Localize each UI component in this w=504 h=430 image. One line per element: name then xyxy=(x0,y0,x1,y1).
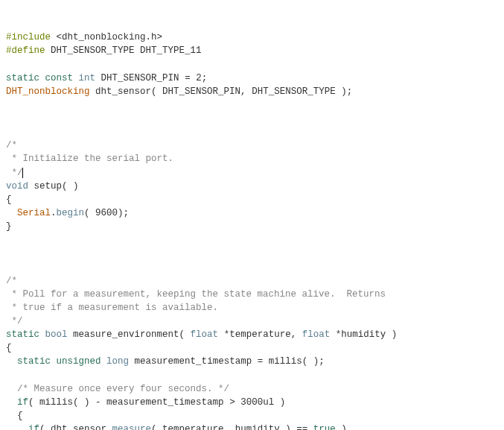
type-float: float xyxy=(302,329,331,340)
literal-true: true xyxy=(313,424,336,430)
kw-const: const xyxy=(45,73,74,83)
paren-open: ( xyxy=(151,86,162,97)
literal-9600: 9600 xyxy=(95,208,118,218)
comment-open: /* xyxy=(6,140,17,151)
indent xyxy=(6,208,17,218)
dot: . xyxy=(106,424,112,430)
brace-open: { xyxy=(6,343,12,353)
func-millis: millis xyxy=(39,397,73,408)
type-long: long xyxy=(106,356,129,367)
ident-timestamp: measurement_timestamp xyxy=(135,356,252,367)
method-begin: begin xyxy=(57,208,85,218)
arg-temperature: temperature xyxy=(162,424,224,430)
kw-static: static xyxy=(6,73,39,83)
minus-op: - xyxy=(90,397,107,408)
brace-open: { xyxy=(17,411,23,421)
func-measure-env: measure_environment xyxy=(73,329,179,340)
kw-unsigned: unsigned xyxy=(57,356,101,367)
indent xyxy=(6,397,17,408)
paren-empty: ( ) xyxy=(73,397,90,408)
include-target: <dht_nonblocking.h> xyxy=(51,32,162,42)
star: * xyxy=(218,329,229,340)
arg-temperature: temperature xyxy=(229,329,291,340)
paren-close: ) xyxy=(386,329,397,340)
semicolon: ; xyxy=(202,73,208,83)
comment-four-sec: /* Measure once every four seconds. */ xyxy=(17,384,229,394)
preproc-define: #define xyxy=(6,45,45,56)
comment-poll1: * Poll for a measurement, keeping the st… xyxy=(6,289,386,300)
obj-dht-sensor: dht_sensor xyxy=(51,424,106,430)
arg-type: DHT_SENSOR_TYPE xyxy=(252,86,336,97)
type-int: int xyxy=(79,73,96,83)
comment-close: */ xyxy=(6,316,23,326)
preproc-include: #include xyxy=(6,32,51,42)
comment-init-serial: * Initialize the serial port. xyxy=(6,154,173,164)
type-float: float xyxy=(191,329,219,340)
indent xyxy=(6,411,17,421)
paren-open: ( xyxy=(84,208,95,218)
brace-open: { xyxy=(6,195,12,205)
arg-humidity: humidity xyxy=(341,329,386,340)
ident-pin: DHT_SENSOR_PIN xyxy=(101,73,179,83)
assign-op: = xyxy=(179,73,197,83)
paren-close: ); xyxy=(118,208,129,218)
dot: . xyxy=(51,208,57,218)
define-macro: DHT_SENSOR_TYPE DHT_TYPE_11 xyxy=(45,45,202,56)
comment-close: */ xyxy=(6,168,23,178)
kw-static: static xyxy=(6,329,39,340)
paren-open: ( xyxy=(39,424,51,430)
method-measure: measure xyxy=(112,424,152,430)
type-void: void xyxy=(6,181,28,192)
comma: , xyxy=(240,86,252,97)
indent xyxy=(6,424,28,430)
brace-close: } xyxy=(6,221,12,232)
indent xyxy=(6,384,17,394)
paren-close: ); xyxy=(336,86,353,97)
paren-close: ) xyxy=(274,397,285,408)
literal-3000ul: 3000ul xyxy=(240,397,274,408)
paren-empty: ( ) xyxy=(62,181,79,192)
paren-open: ( xyxy=(28,397,39,408)
indent xyxy=(6,356,17,367)
paren-close: ) xyxy=(280,424,291,430)
text-cursor xyxy=(22,168,23,178)
ident-timestamp: measurement_timestamp xyxy=(106,397,224,408)
comment-poll2: * true if a measurement is available. xyxy=(6,303,218,313)
func-millis: millis xyxy=(269,356,302,367)
paren-close: ) xyxy=(336,424,347,430)
class-dht: DHT_nonblocking xyxy=(6,86,90,97)
semicolon: ; xyxy=(319,356,325,367)
comma: , xyxy=(224,424,235,430)
paren-empty: ( ) xyxy=(302,356,319,367)
comment-open: /* xyxy=(6,276,17,286)
kw-if: if xyxy=(28,424,39,430)
ident-dht-sensor: dht_sensor xyxy=(95,86,151,97)
assign-op: = xyxy=(252,356,269,367)
star: * xyxy=(330,329,341,340)
func-setup: setup xyxy=(34,181,63,192)
paren-open: ( xyxy=(179,329,191,340)
obj-serial: Serial xyxy=(17,208,51,218)
eqeq-op: == xyxy=(291,424,313,430)
arg-pin: DHT_SENSOR_PIN xyxy=(162,86,240,97)
kw-if: if xyxy=(17,397,28,408)
gt-op: > xyxy=(224,397,241,408)
paren-open: ( xyxy=(151,424,162,430)
literal-2: 2 xyxy=(196,73,202,83)
code-editor-view: { "code": { "line1": { "preproc": "#incl… xyxy=(0,0,504,430)
type-bool: bool xyxy=(45,329,68,340)
comma: , xyxy=(291,329,302,340)
arg-humidity: humidity xyxy=(235,424,280,430)
kw-static: static xyxy=(17,356,51,367)
